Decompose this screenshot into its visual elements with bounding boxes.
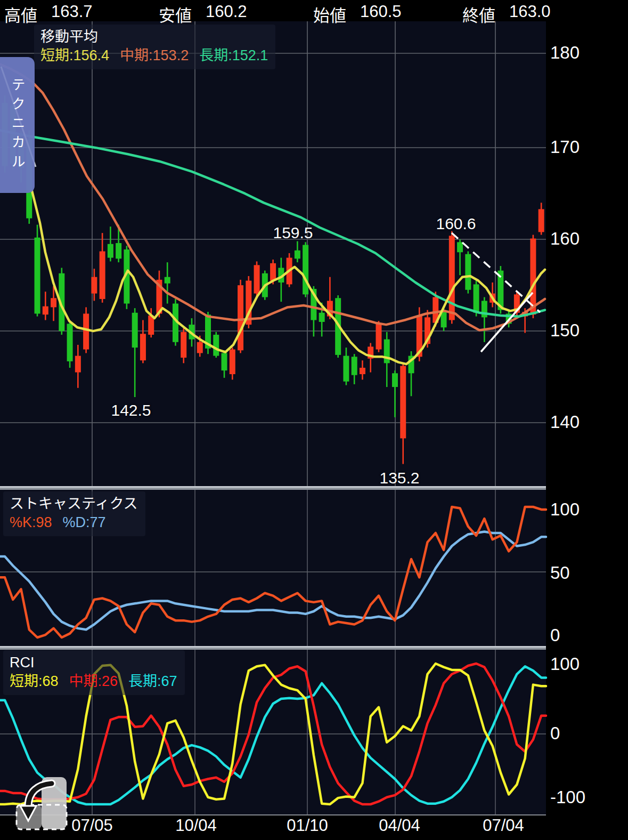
price-axis-label: 150 <box>550 320 580 341</box>
stoch-k-value: %K:98 <box>10 513 52 532</box>
technical-tab-label: テクニカル <box>7 77 27 173</box>
price-axis-label: 140 <box>550 412 580 432</box>
date-axis-label: 04/04 <box>379 816 420 835</box>
low-value: 160.2 <box>206 2 247 26</box>
ma-legend-title: 移動平均 <box>40 28 268 46</box>
price-annotation: 160.6 <box>436 215 476 233</box>
price-annotation: 159.5 <box>273 224 313 242</box>
ohlc-low: 安値160.2 <box>159 2 247 26</box>
date-axis-label: 01/10 <box>287 816 328 835</box>
date-axis-label: 07/05 <box>71 816 113 835</box>
rci-axis-label: -100 <box>550 787 585 807</box>
ohlc-open: 始値160.5 <box>313 2 402 26</box>
rci-short-value: 短期:68 <box>10 672 59 691</box>
stoch-axis-label: 100 <box>550 499 580 520</box>
stoch-d-value: %D:77 <box>63 513 106 532</box>
close-label: 終値 <box>462 2 495 26</box>
date-axis-label: 10/04 <box>175 816 217 835</box>
stoch-legend-title: ストキャスティクス <box>10 495 138 513</box>
open-label: 始値 <box>313 2 346 26</box>
stoch-axis-label: 0 <box>550 625 560 645</box>
rci-axis-label: 100 <box>550 654 580 674</box>
ma-legend: 移動平均 短期:156.4 中期:153.2 長期:152.1 <box>34 25 275 69</box>
price-annotation: 135.2 <box>379 469 419 487</box>
rci-legend: RCI 短期:68 中期:26 長期:67 <box>3 650 185 695</box>
price-annotation: 142.5 <box>111 401 151 419</box>
stochastics-legend: ストキャスティクス %K:98 %D:77 <box>3 491 145 536</box>
date-axis-label: 07/04 <box>483 816 524 835</box>
ma-mid-value: 中期:153.2 <box>120 46 189 65</box>
high-value: 163.7 <box>51 2 93 26</box>
close-value: 163.0 <box>509 2 551 26</box>
ohlc-high: 高値163.7 <box>4 2 93 26</box>
low-label: 安値 <box>159 2 192 26</box>
stoch-axis-label: 50 <box>550 563 570 583</box>
price-axis-label: 180 <box>550 43 580 63</box>
rci-axis-label: 0 <box>550 723 560 744</box>
ma-short-value: 短期:156.4 <box>40 46 109 65</box>
ma-long-value: 長期:152.1 <box>199 46 268 65</box>
trading-app-screen: 高値163.7 安値160.2 始値160.5 終値163.0 移動平均 短期:… <box>0 0 628 840</box>
chart-canvas[interactable] <box>0 0 628 840</box>
high-label: 高値 <box>4 2 37 26</box>
open-value: 160.5 <box>360 2 402 26</box>
price-axis-label: 170 <box>550 137 580 157</box>
price-axis-label: 160 <box>550 229 580 249</box>
rci-long-value: 長期:67 <box>128 672 177 691</box>
rci-legend-title: RCI <box>10 653 177 672</box>
technical-tab[interactable]: テクニカル <box>0 57 35 193</box>
ohlc-close: 終値163.0 <box>462 2 551 26</box>
rci-mid-value: 中期:26 <box>69 672 118 691</box>
